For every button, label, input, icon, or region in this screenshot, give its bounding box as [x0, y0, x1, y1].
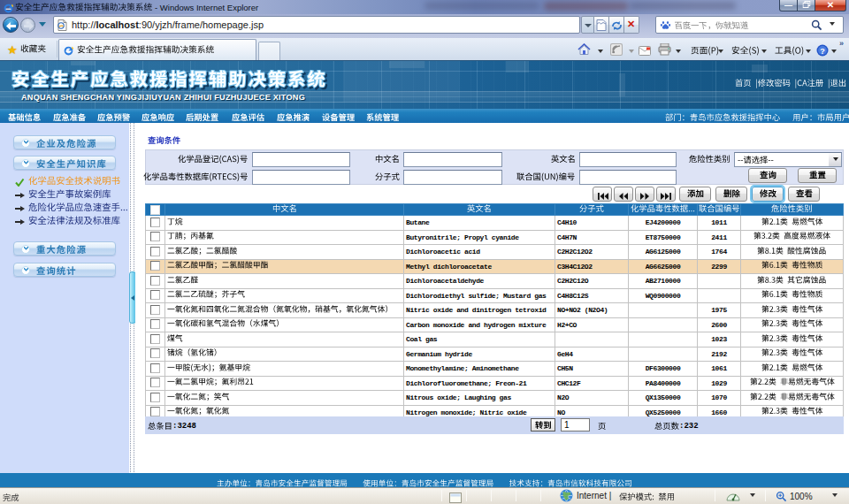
svg-text:?: ? [820, 47, 825, 56]
